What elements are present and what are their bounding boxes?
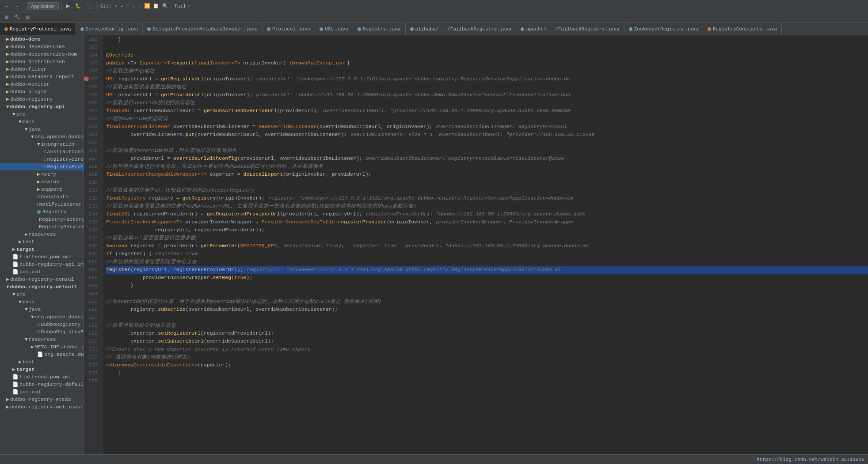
tab-alibaba[interactable]: alibaba/.../FailbackRegistry.java: [406, 23, 517, 35]
folder-icon: ▼: [31, 134, 34, 140]
code-content[interactable]: } @Override public <T> Exporter<T> expor…: [103, 35, 868, 454]
sidebar-item-RegistryDirectory[interactable]: CRegistryDirectory: [0, 155, 84, 163]
settings-btn[interactable]: ⚙: [3, 14, 11, 21]
sidebar-item-dubbo-registry-default[interactable]: ▼dubbo-registry-default: [0, 283, 84, 290]
code-line-213: //获取当前服务需要注册到注册中心的providerURL, 主要用于去掉一些没…: [106, 202, 868, 210]
tab-apache[interactable]: apache/.../FailbackRegistry.java: [516, 23, 624, 35]
sidebar-item-main2[interactable]: ▼main: [0, 298, 84, 306]
code-line-223: }: [106, 282, 868, 290]
sidebar-item-flattened-pom2[interactable]: 📄flattened-pom.xml: [0, 373, 84, 381]
config-btn[interactable]: ⚙: [24, 14, 32, 21]
file-icon: C: [37, 329, 40, 335]
sidebar-label: dubbo-registry-api: [10, 104, 65, 109]
line-number-197: 197: [84, 75, 99, 83]
sidebar-item-dubbo-registry-etcd3[interactable]: ▶dubbo-registry-etcd3: [0, 396, 84, 403]
sidebar-item-target[interactable]: ▶target: [0, 245, 84, 253]
sidebar-item-dubbo-monitor[interactable]: ▶dubbo-monitor: [0, 80, 84, 88]
debug-button[interactable]: 🐛: [73, 2, 83, 10]
sidebar-item-pom2[interactable]: 📄pom.xml: [0, 388, 84, 396]
sidebar-item-target2[interactable]: ▶target: [0, 366, 84, 373]
line-number-207: 207: [84, 155, 99, 162]
sidebar-item-registry-api-iml[interactable]: 📄dubbo-registry-api.iml: [0, 260, 84, 268]
sidebar-label: retry: [41, 171, 57, 177]
sidebar-item-registry-default-iml[interactable]: 📄dubbo-registry-default.iml: [0, 381, 84, 388]
line-number-231: 231: [84, 345, 99, 353]
sidebar-item-dubbo-filter[interactable]: ▶dubbo-filter: [0, 65, 84, 73]
sidebar-item-test[interactable]: ▶test: [0, 238, 84, 245]
line-number-234: 234: [84, 369, 99, 377]
sidebar-item-test2[interactable]: ▶test: [0, 358, 84, 366]
tab-dot: [267, 27, 270, 31]
tab-URL[interactable]: URL.java: [315, 23, 353, 35]
sidebar-item-DubboRegistry[interactable]: CDubboRegistry: [0, 321, 84, 328]
tab-label: ZookeeperRegistry.java: [634, 26, 698, 32]
code-line-224: [106, 290, 868, 298]
folder-icon: ▼: [31, 314, 34, 320]
sidebar-item-package2[interactable]: ▼org.apache.dubbo.registry: [0, 313, 84, 321]
sidebar-item-META-INF[interactable]: ▶META-INF.dubbo.internal: [0, 343, 84, 351]
sidebar-item-RegistryProtocol[interactable]: CRegistryProtocol: [0, 163, 84, 170]
sidebar-item-dubbo-regis[interactable]: 📄org.apache.dubbo.regis...: [0, 351, 84, 358]
sidebar-item-resources2[interactable]: ▼resources: [0, 336, 84, 343]
sidebar-item-dubbo-dependencies[interactable]: ▶dubbo-dependencies: [0, 43, 84, 50]
folder-icon: ▶: [6, 276, 9, 282]
sidebar-item-src[interactable]: ▼src: [0, 110, 84, 118]
line-number-196: 196: [84, 67, 99, 75]
sidebar-item-RegistryService[interactable]: RegistryService: [0, 223, 84, 230]
sidebar-item-dubbo-registry-multicast[interactable]: ▶dubbo-registry-multicast: [0, 403, 84, 411]
sidebar-item-retry[interactable]: ▶retry: [0, 170, 84, 178]
sidebar-item-dubbo-distribution[interactable]: ▶dubbo-distribution: [0, 58, 84, 65]
sidebar-item-dubbo-dependencies-bom[interactable]: ▶dubbo-dependencies-bom: [0, 50, 84, 58]
sidebar-item-integration[interactable]: ▼integration: [0, 140, 84, 148]
status-bar: https://blog.csdn.net/weixin_35711816: [0, 454, 868, 464]
sidebar-item-pom[interactable]: 📄pom.xml: [0, 268, 84, 275]
sidebar-label: org.apache.dubbo.registry: [35, 134, 84, 140]
file-icon: 📄: [12, 389, 19, 395]
sidebar-item-src2[interactable]: ▼src: [0, 290, 84, 298]
sidebar-item-RegistryFactory[interactable]: RegistryFactory: [0, 215, 84, 223]
sidebar-item-Constants[interactable]: CConstants: [0, 193, 84, 200]
stop-button[interactable]: ⬛: [85, 2, 95, 10]
sidebar-item-package[interactable]: ▼org.apache.dubbo.registry: [0, 133, 84, 140]
tab-Registry[interactable]: Registry.java: [353, 23, 406, 35]
sidebar-item-support[interactable]: ▶support: [0, 185, 84, 193]
sidebar-item-java2[interactable]: ▼java: [0, 306, 84, 313]
forward-button[interactable]: →: [13, 3, 21, 10]
code-line-203: final OverrideListener overrideSubscribe…: [106, 123, 868, 131]
build-btn[interactable]: 🔨: [12, 14, 22, 21]
file-icon: C: [43, 149, 46, 155]
tab-RegistryProtocol[interactable]: RegistryProtocol.java: [0, 23, 76, 35]
sidebar-item-dubbo-demo[interactable]: ▶dubbo-demo: [0, 35, 84, 43]
back-button[interactable]: ←: [3, 3, 11, 10]
sidebar-item-dubbo-registry[interactable]: ▶dubbo-registry: [0, 95, 84, 103]
sidebar-item-dubbo-registry-consul[interactable]: ▶dubbo-registry-consul: [0, 275, 84, 283]
folder-icon: ▼: [37, 142, 40, 147]
sidebar-item-dubbo-plugin[interactable]: ▶dubbo-plugin: [0, 88, 84, 95]
sidebar-label: pom.xml: [19, 389, 41, 395]
sidebar-item-java[interactable]: ▼java: [0, 125, 84, 133]
sidebar-item-Registry[interactable]: Registry: [0, 208, 84, 215]
sidebar-item-dubbo-registry-api[interactable]: ▼dubbo-registry-api: [0, 103, 84, 110]
sidebar-item-main[interactable]: ▼main: [0, 118, 84, 125]
tab-DelegateProvider[interactable]: DelegateProviderMetaDataInvoker.java: [143, 23, 263, 35]
folder-icon: ▼: [6, 104, 9, 109]
sidebar-item-dubbo-metadata[interactable]: ▶dubbo-metadata-report: [0, 73, 84, 80]
sidebar-item-AbstractConfigurato[interactable]: CAbstractConfigurato...: [0, 148, 84, 155]
tab-Zookeeper[interactable]: ZookeeperRegistry.java: [624, 23, 703, 35]
tab-ServiceConfig[interactable]: ServiceConfig.java: [76, 23, 143, 35]
folder-icon: ▶: [6, 396, 9, 402]
sidebar-item-DubboRegistryFactory[interactable]: CDubboRegistryFactory: [0, 328, 84, 336]
sidebar-item-resources[interactable]: ▶resources: [0, 230, 84, 238]
tab-Protocol[interactable]: Protocol.java: [263, 23, 315, 35]
folder-icon: ▶: [37, 186, 40, 192]
tab-dot: [4, 27, 8, 31]
run-button[interactable]: ▶: [65, 2, 72, 10]
circle-icon: [37, 210, 41, 214]
sidebar-item-flattened-pom[interactable]: 📄flattened-pom.xml: [0, 253, 84, 260]
sidebar-item-NotifyListener[interactable]: NotifyListener: [0, 200, 84, 208]
application-dropdown[interactable]: Application: [27, 2, 59, 10]
code-line-202: //增加override的监听器: [106, 115, 868, 123]
sidebar-label: dubbo-metadata-report: [10, 74, 74, 79]
tab-RegistryConstants[interactable]: RegistryConstants.java: [703, 23, 782, 35]
sidebar-item-status[interactable]: ▶status: [0, 178, 84, 185]
